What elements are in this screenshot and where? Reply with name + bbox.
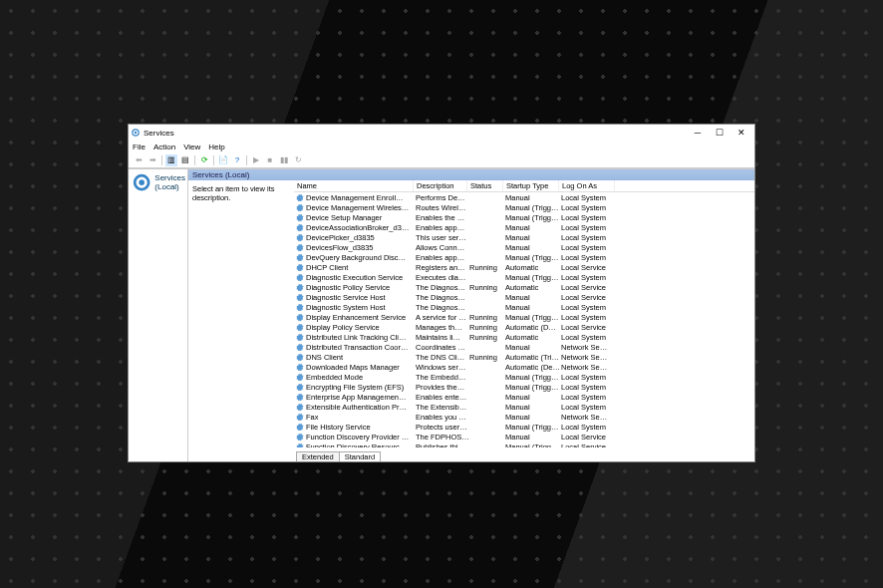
service-name: Diagnostic Policy Service bbox=[306, 283, 416, 292]
service-description: Executes dia… bbox=[416, 273, 469, 282]
service-description: The Embedd… bbox=[416, 373, 469, 382]
service-row[interactable]: Encrypting File System (EFS)Provides the… bbox=[294, 382, 754, 392]
service-startup: Manual (Trigg… bbox=[505, 273, 561, 282]
col-logon[interactable]: Log On As bbox=[559, 180, 615, 191]
service-startup: Automatic bbox=[505, 333, 561, 342]
menu-view[interactable]: View bbox=[183, 143, 200, 151]
col-name[interactable]: Name bbox=[294, 180, 414, 191]
service-description: The Diagnos… bbox=[416, 283, 469, 292]
menu-action[interactable]: Action bbox=[153, 143, 175, 151]
service-description: Enables you … bbox=[416, 413, 469, 422]
service-row[interactable]: Device Setup ManagerEnables the …Manual … bbox=[294, 212, 754, 222]
help-button[interactable]: ? bbox=[231, 154, 243, 166]
service-row[interactable]: Diagnostic Policy ServiceThe Diagnos…Run… bbox=[294, 282, 754, 292]
service-row[interactable]: DevicePicker_d3835This user ser…ManualLo… bbox=[294, 232, 754, 242]
service-row[interactable]: Diagnostic Execution ServiceExecutes dia… bbox=[294, 272, 754, 282]
tab-extended[interactable]: Extended bbox=[296, 451, 340, 461]
menu-file[interactable]: File bbox=[133, 143, 146, 151]
gear-icon bbox=[296, 243, 304, 251]
service-row[interactable]: File History ServiceProtects user…Manual… bbox=[294, 422, 754, 432]
service-description: Provides the… bbox=[416, 383, 469, 392]
gear-icon bbox=[296, 233, 304, 241]
service-name: Display Enhancement Service bbox=[306, 313, 416, 322]
col-description[interactable]: Description bbox=[414, 180, 467, 191]
refresh-button[interactable]: ⟳ bbox=[198, 154, 210, 166]
service-row[interactable]: Display Enhancement ServiceA service for… bbox=[294, 312, 754, 322]
service-status: Running bbox=[469, 323, 505, 332]
service-row[interactable]: DNS ClientThe DNS Cli…RunningAutomatic (… bbox=[294, 352, 754, 362]
svg-point-1 bbox=[135, 132, 138, 135]
gear-icon bbox=[296, 293, 304, 301]
service-name: Embedded Mode bbox=[306, 373, 416, 382]
service-logon: Local Service bbox=[561, 283, 617, 292]
service-logon: Local System bbox=[561, 253, 617, 262]
service-name: Function Discovery Provider … bbox=[306, 433, 416, 441]
service-row[interactable]: Diagnostic Service HostThe Diagnos…Manua… bbox=[294, 292, 754, 302]
service-row[interactable]: DevQuery Background Disc…Enables app…Man… bbox=[294, 252, 754, 262]
service-row[interactable]: Distributed Transaction Coor…Coordinates… bbox=[294, 342, 754, 352]
service-row[interactable]: Distributed Link Tracking Cli…Maintains … bbox=[294, 332, 754, 342]
col-status[interactable]: Status bbox=[467, 180, 503, 191]
toolbar-separator bbox=[194, 155, 195, 165]
service-startup: Manual (Trigg… bbox=[505, 373, 561, 382]
view-tabs: Extended Standard bbox=[188, 447, 754, 461]
service-row[interactable]: FaxEnables you …ManualNetwork Se… bbox=[294, 412, 754, 422]
service-name: Extensible Authentication Pr… bbox=[306, 403, 416, 412]
service-startup: Manual bbox=[505, 343, 561, 352]
gear-icon bbox=[296, 393, 304, 401]
service-description: Allows Conn… bbox=[416, 243, 469, 252]
gear-icon bbox=[296, 433, 304, 441]
service-logon: Local System bbox=[561, 213, 617, 222]
service-row[interactable]: Embedded ModeThe Embedd…Manual (Trigg…Lo… bbox=[294, 372, 754, 382]
service-description: Coordinates … bbox=[416, 343, 469, 352]
gear-icon bbox=[296, 343, 304, 351]
service-startup: Manual bbox=[505, 193, 561, 202]
service-description: The Diagnos… bbox=[416, 303, 469, 312]
service-startup: Manual bbox=[505, 413, 561, 422]
gear-icon bbox=[296, 263, 304, 271]
properties-button[interactable]: ▤ bbox=[179, 154, 191, 166]
service-startup: Manual (Trigg… bbox=[505, 253, 561, 262]
service-row[interactable]: Diagnostic System HostThe Diagnos…Manual… bbox=[294, 302, 754, 312]
service-row[interactable]: Function Discovery Provider …The FDPHOS…… bbox=[294, 432, 754, 441]
service-startup: Manual bbox=[505, 403, 561, 412]
service-startup: Automatic (Tri… bbox=[505, 353, 561, 362]
tab-standard[interactable]: Standard bbox=[339, 451, 381, 461]
service-logon: Local System bbox=[561, 333, 617, 342]
service-row[interactable]: Extensible Authentication Pr…The Extensi… bbox=[294, 402, 754, 412]
service-row[interactable]: Device Management Enroll…Performs De…Man… bbox=[294, 192, 754, 202]
show-hide-tree-button[interactable]: ▥ bbox=[165, 154, 177, 166]
service-status: Running bbox=[469, 263, 505, 272]
gear-icon bbox=[296, 363, 304, 371]
service-row[interactable]: DevicesFlow_d3835Allows Conn…ManualLocal… bbox=[294, 242, 754, 252]
service-description: Enables app… bbox=[416, 223, 469, 232]
service-name: DNS Client bbox=[306, 353, 416, 362]
gear-icon bbox=[296, 353, 304, 361]
menubar: File Action View Help bbox=[129, 141, 754, 152]
service-row[interactable]: DHCP ClientRegisters an…RunningAutomatic… bbox=[294, 262, 754, 272]
forward-button: ➡ bbox=[147, 154, 158, 166]
menu-help[interactable]: Help bbox=[208, 143, 224, 151]
minimize-button[interactable]: ─ bbox=[687, 128, 709, 138]
service-logon: Network Se… bbox=[561, 363, 617, 372]
export-button[interactable]: 📄 bbox=[217, 154, 229, 166]
service-logon: Network Se… bbox=[561, 413, 617, 422]
service-row[interactable]: Display Policy ServiceManages th…Running… bbox=[294, 322, 754, 332]
col-startup[interactable]: Startup Type bbox=[503, 180, 559, 191]
restart-service-button: ↻ bbox=[292, 154, 304, 166]
gear-icon bbox=[296, 213, 304, 221]
close-button[interactable]: ✕ bbox=[731, 128, 752, 138]
maximize-button[interactable]: ☐ bbox=[709, 128, 731, 138]
service-row[interactable]: Device Management Wireles…Routes Wirel…M… bbox=[294, 202, 754, 212]
service-name: Device Management Enroll… bbox=[306, 193, 416, 202]
service-startup: Manual bbox=[505, 243, 561, 252]
service-row[interactable]: Downloaded Maps ManagerWindows ser…Autom… bbox=[294, 362, 754, 372]
tree-root[interactable]: Services (Local) bbox=[131, 171, 185, 193]
service-row[interactable]: DeviceAssociationBroker_d3…Enables app…M… bbox=[294, 222, 754, 232]
service-row[interactable]: Enterprise App Managemen…Enables ente…Ma… bbox=[294, 392, 754, 402]
toolbar-separator bbox=[246, 155, 247, 165]
service-description: Manages th… bbox=[416, 323, 469, 332]
service-description: The Diagnos… bbox=[416, 293, 469, 302]
service-logon: Local System bbox=[561, 313, 617, 322]
service-startup: Manual bbox=[505, 303, 561, 312]
